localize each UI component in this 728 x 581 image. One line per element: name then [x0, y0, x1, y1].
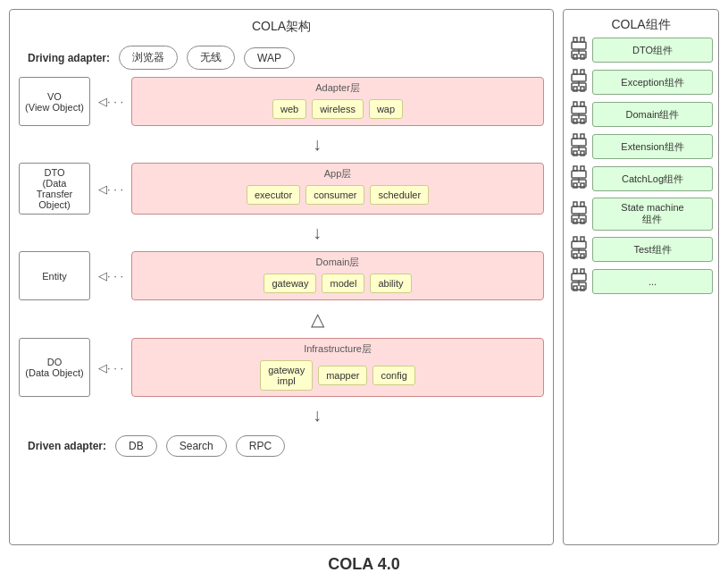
adapter-layer-items: web wireless wap [272, 99, 403, 119]
adapter-layer-name: Adapter层 [315, 81, 360, 95]
component-catchlog: CatchLog组件 [569, 165, 713, 192]
component-extension: Extension组件 [569, 133, 713, 160]
plug-icon-statemachine [569, 201, 589, 228]
component-etc: ... [569, 268, 713, 295]
driving-adapter-label: Driving adapter: [28, 52, 110, 64]
plug-icon-etc [569, 268, 589, 295]
adapter-item-wap: wap [369, 99, 403, 119]
app-layer-name: App层 [324, 167, 352, 181]
component-statemachine: State machine组件 [569, 198, 713, 231]
component-exception: Exception组件 [569, 69, 713, 96]
svg-rect-51 [572, 274, 586, 281]
component-dto: DTO组件 [569, 37, 713, 63]
driven-oval-0: DB [115, 435, 157, 457]
domain-layer: Domain层 gateway model ability [131, 251, 544, 300]
app-item-consumer: consumer [305, 185, 364, 205]
footer-title: COLA 4.0 [328, 550, 399, 581]
app-item-executor: executor [247, 185, 300, 205]
component-box-dto: DTO组件 [592, 38, 713, 63]
do-arrow: ◁· · · [96, 338, 126, 397]
infra-layer: Infrastructure层 gatewayimpl mapper confi… [131, 338, 544, 397]
driving-oval-1: 无线 [187, 46, 235, 70]
domain-item-ability: ability [370, 274, 411, 293]
arrow-infra-to-driven: ↓ [19, 405, 544, 425]
component-box-catchlog: CatchLog组件 [592, 166, 713, 191]
driving-oval-2: WAP [244, 47, 295, 69]
infra-layer-row: DO(Data Object) ◁· · · Infrastructure层 g… [19, 338, 544, 397]
app-layer-row: DTO(Data TransferObject) ◁· · · App层 exe… [19, 163, 544, 215]
component-box-test: Test组件 [592, 237, 713, 262]
driven-adapter-row: Driven adapter: DB Search RPC [19, 435, 544, 457]
plug-icon-exception [569, 69, 589, 96]
plug-icon-dto [569, 37, 589, 63]
plug-icon-extension [569, 133, 589, 160]
infra-layer-items: gatewayimpl mapper config [260, 360, 415, 391]
plug-icon-domain [569, 101, 589, 128]
infra-item-mapper: mapper [318, 366, 367, 385]
infra-item-config: config [372, 366, 414, 385]
domain-layer-name: Domain层 [316, 256, 360, 269]
arrow-app-to-domain: ↓ [19, 223, 544, 243]
main-container: COLA架构 Driving adapter: 浏览器 无线 WAP VO(Vi… [0, 0, 728, 550]
domain-layer-items: gateway model ability [264, 274, 411, 293]
component-box-statemachine: State machine组件 [592, 198, 713, 231]
do-label: DO(Data Object) [19, 338, 90, 397]
driven-adapter-label: Driven adapter: [28, 440, 106, 452]
adapter-layer: Adapter层 web wireless wap [131, 77, 544, 126]
domain-layer-row: Entity ◁· · · Domain层 gateway model abil… [19, 251, 544, 300]
app-item-scheduler: scheduler [370, 185, 429, 205]
driven-oval-2: RPC [236, 435, 285, 457]
component-box-domain: Domain组件 [592, 102, 713, 127]
domain-item-gateway: gateway [264, 274, 316, 293]
component-test: Test组件 [569, 236, 713, 263]
driven-oval-1: Search [166, 435, 227, 457]
adapter-item-wireless: wireless [312, 99, 364, 119]
app-layer: App层 executor consumer scheduler [131, 163, 544, 215]
svg-rect-37 [572, 206, 586, 214]
svg-rect-9 [572, 74, 586, 81]
adapter-layer-row: VO(View Object) ◁· · · Adapter层 web wire… [19, 77, 544, 126]
vo-arrow: ◁· · · [96, 77, 126, 126]
component-box-etc: ... [592, 269, 713, 294]
entity-arrow: ◁· · · [96, 251, 126, 300]
dto-label: DTO(Data TransferObject) [19, 163, 90, 215]
infra-layer-name: Infrastructure层 [304, 342, 372, 356]
left-panel-title: COLA架构 [19, 19, 544, 35]
right-panel: COLA组件 DTO组件 [563, 9, 719, 545]
arrow-adapter-to-app: ↓ [19, 134, 544, 155]
svg-rect-30 [572, 171, 586, 178]
svg-rect-23 [572, 139, 586, 146]
component-box-extension: Extension组件 [592, 134, 713, 159]
right-panel-title: COLA组件 [569, 17, 713, 33]
domain-item-model: model [322, 274, 364, 293]
adapter-item-web: web [272, 99, 306, 119]
entity-label: Entity [19, 251, 90, 300]
plug-icon-test [569, 236, 589, 263]
component-box-exception: Exception组件 [592, 70, 713, 95]
app-layer-items: executor consumer scheduler [247, 185, 429, 205]
component-domain: Domain组件 [569, 101, 713, 128]
dto-arrow: ◁· · · [96, 163, 126, 215]
driving-oval-0: 浏览器 [119, 46, 178, 70]
driving-adapter-row: Driving adapter: 浏览器 无线 WAP [19, 46, 544, 70]
arrow-infra-to-domain: △ [19, 308, 544, 330]
vo-label: VO(View Object) [19, 77, 90, 126]
svg-rect-2 [572, 42, 586, 49]
plug-icon-catchlog [569, 165, 589, 192]
svg-rect-44 [572, 241, 586, 248]
left-panel: COLA架构 Driving adapter: 浏览器 无线 WAP VO(Vi… [9, 9, 554, 545]
infra-item-gateway-impl: gatewayimpl [260, 360, 313, 391]
svg-rect-16 [572, 106, 586, 114]
